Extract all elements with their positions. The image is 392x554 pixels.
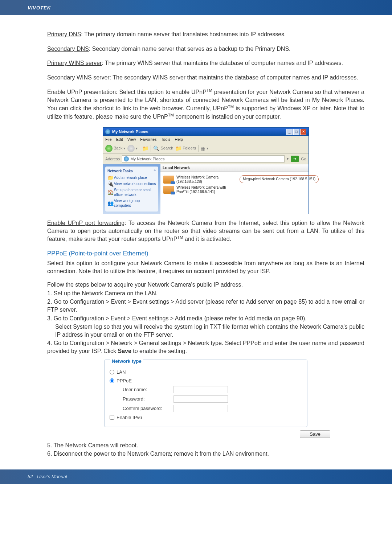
local-network-items: Wireless Network Camera (192.168.5.128) …: [160, 172, 309, 198]
tm3: TM: [168, 113, 174, 117]
step-1: 1. Set up the Network Camera on the LAN.: [47, 290, 364, 297]
menu-help[interactable]: Help: [175, 137, 183, 142]
tm-fwd: TM: [177, 235, 183, 239]
forward-dropdown-icon: ▾: [136, 146, 138, 151]
network-tasks-title[interactable]: Network Tasks ⌃: [107, 169, 156, 174]
text-primary-wins: : The primary WINS server that maintains…: [102, 60, 343, 66]
xp-main: Local Network Wireless Network Camera (1…: [160, 164, 309, 214]
text-upnp-d: component is installed on your computer.: [174, 114, 281, 120]
text-upnp-fwd-b: and it is activated.: [183, 236, 232, 242]
username-label: User name:: [123, 386, 173, 393]
term-secondary-wins: Secondary WINS server: [47, 74, 110, 81]
add-network-place-link[interactable]: 📁Add a network place: [107, 175, 156, 180]
menu-favorites[interactable]: Favorites: [140, 137, 156, 142]
network-type-legend: Network type: [110, 358, 143, 365]
setup-network-link[interactable]: 🏠Set up a home or small office network: [107, 188, 156, 197]
toolbar-separator-2: [151, 145, 151, 152]
enable-ipv6-checkbox[interactable]: [110, 415, 114, 420]
brand-text: VIVOTEK: [28, 5, 51, 11]
lan-label: LAN: [117, 369, 126, 376]
para-primary-wins: Primary WINS server: The primary WINS se…: [47, 59, 364, 67]
pppoe-intro: Select this option to configure your Net…: [47, 259, 364, 275]
address-field[interactable]: My Network Places: [122, 155, 285, 163]
step-4-a: 4. Go to Configuration > Network > Gener…: [47, 340, 364, 354]
term-upnp-presentation: Enable UPnP presentation: [47, 89, 116, 95]
xp-address-bar: Address My Network Places ▾ ➔ Go: [103, 154, 309, 165]
local-network-heading: Local Network: [160, 164, 309, 172]
toolbar-separator-3: [198, 145, 199, 152]
folder-up-icon: 📁: [142, 146, 148, 151]
folders-button[interactable]: 📁 Folders: [175, 145, 196, 151]
text-secondary-dns: : Secondary domain name server that serv…: [89, 46, 291, 52]
close-button[interactable]: ✕: [300, 129, 306, 135]
maximize-button[interactable]: □: [293, 129, 299, 135]
network-type-panel: Network type LAN PPPoE User name: Passwo…: [104, 360, 307, 427]
step-3: 3. Go to Configuration > Event > Event s…: [47, 315, 364, 323]
footer-text: 52 - User's Manual: [28, 474, 67, 479]
save-button[interactable]: Save: [300, 430, 330, 438]
views-icon: ▦: [201, 146, 205, 151]
view-connections-link[interactable]: 🔌View network connections: [107, 181, 156, 186]
para-secondary-wins: Secondary WINS server: The secondary WIN…: [47, 74, 364, 82]
forward-arrow-icon: →: [127, 145, 135, 152]
pppoe-radio[interactable]: [110, 378, 114, 383]
address-icon: [124, 156, 129, 161]
step-6: 6. Disconnect the power to the Network C…: [47, 450, 364, 458]
text-secondary-wins: : The secondary WINS server that maintai…: [110, 74, 358, 81]
username-field[interactable]: [173, 386, 228, 393]
confirm-password-label: Confirm password:: [123, 405, 173, 412]
step-4-c: to enable the setting.: [131, 348, 187, 354]
setup-icon: 🏠: [107, 190, 113, 195]
para-primary-dns: Primary DNS: The primary domain name ser…: [47, 30, 364, 38]
workgroup-icon: 👥: [107, 201, 113, 206]
toolbar-separator: [140, 145, 140, 152]
tm2: TM: [228, 104, 234, 109]
camera-icon-2: [163, 186, 174, 194]
password-field[interactable]: [173, 395, 228, 403]
up-button[interactable]: 📁: [142, 146, 148, 151]
address-label: Address: [105, 156, 120, 162]
go-button[interactable]: ➔: [291, 156, 299, 162]
tm1: TM: [207, 88, 212, 93]
term-secondary-dns: Secondary DNS: [47, 46, 89, 52]
camera-icon: [163, 176, 174, 184]
text-upnp-a: : Select this option to enable UPnP: [116, 89, 207, 95]
page-footer: 52 - User's Manual: [0, 469, 392, 484]
xp-menubar: File Edit View Favorites Tools Help: [103, 136, 309, 143]
text-primary-dns: : The primary domain name server that tr…: [81, 31, 286, 37]
camera-item-1[interactable]: Wireless Network Camera (192.168.5.128) …: [163, 175, 236, 184]
add-place-icon: 📁: [107, 175, 113, 180]
term-primary-dns: Primary DNS: [47, 31, 81, 37]
step-3-sub: Select System log so that you will recei…: [47, 323, 364, 338]
camera-item-2[interactable]: Wireless Network Camera with Pan/Tilt (1…: [163, 185, 236, 194]
minimize-button[interactable]: _: [286, 129, 293, 135]
connections-icon: 🔌: [107, 181, 113, 186]
address-dropdown-icon[interactable]: ▾: [287, 156, 289, 161]
views-button[interactable]: ▦▾: [201, 146, 208, 151]
xp-toolbar: ← Back ▾ → ▾ 📁 🔍 Search 📁 Folders ▦▾: [103, 143, 309, 154]
forward-button[interactable]: → ▾: [127, 145, 138, 152]
confirm-password-field[interactable]: [173, 405, 228, 412]
xp-sidebar: Network Tasks ⌃ 📁Add a network place 🔌Vi…: [103, 164, 160, 214]
address-value: My Network Places: [130, 156, 164, 162]
enable-ipv6-label: Enable IPv6: [117, 414, 142, 421]
xp-title-text: My Network Places: [112, 129, 148, 135]
camera-1-name: Wireless Network Camera: [176, 175, 219, 180]
menu-tools[interactable]: Tools: [161, 137, 171, 142]
para-secondary-dns: Secondary DNS: Secondary domain name ser…: [47, 45, 364, 53]
menu-file[interactable]: File: [105, 137, 112, 142]
term-upnp-forwarding: Enable UPnP port forwarding: [47, 220, 124, 226]
menu-edit[interactable]: Edit: [116, 137, 123, 142]
pppoe-label: PPPoE: [117, 378, 132, 384]
step-4: 4. Go to Configuration > Network > Gener…: [47, 339, 364, 355]
para-upnp-forwarding: Enable UPnP port forwarding: To access t…: [47, 219, 364, 243]
view-workgroup-link[interactable]: 👥View workgroup computers: [107, 198, 156, 208]
lan-radio[interactable]: [110, 370, 114, 374]
para-upnp-presentation: Enable UPnP presentation: Select this op…: [47, 88, 364, 120]
page-content: Primary DNS: The primary domain name ser…: [0, 15, 392, 469]
network-tasks-panel: Network Tasks ⌃ 📁Add a network place 🔌Vi…: [105, 167, 158, 212]
back-button[interactable]: ← Back ▾: [105, 145, 125, 152]
search-button[interactable]: 🔍 Search: [153, 145, 173, 151]
views-dropdown-icon: ▾: [207, 146, 208, 151]
menu-view[interactable]: View: [127, 137, 136, 142]
